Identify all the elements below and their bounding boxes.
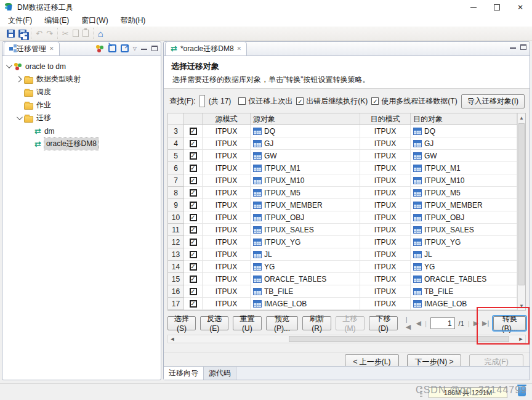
scroll-down-icon[interactable]: ▼ [518,301,525,310]
row-checkbox[interactable]: ✓ [184,285,203,298]
menu-item-3[interactable]: 帮助(H) [115,14,151,27]
tree-item-4[interactable]: dm [2,124,161,137]
save-all-icon[interactable] [18,30,26,38]
menu-item-2[interactable]: 窗口(W) [76,14,113,27]
close-button[interactable]: ✕ [509,0,532,15]
scroll-left-icon[interactable]: ◄ [168,335,177,343]
tree-chevron-icon[interactable] [17,114,23,120]
view-menu-chevron-icon[interactable]: ▽ [133,46,137,51]
table-row[interactable]: 11✓ITPUXITPUX_SALESITPUXITPUX_SALES [168,224,517,236]
row-checkbox[interactable]: ✓ [184,273,203,285]
filter-checkbox-1[interactable]: ✓出错后继续执行(K) [296,96,368,107]
table-row[interactable]: 7✓ITPUXITPUX_M10ITPUXITPUX_M10 [168,174,517,187]
checkbox-icon[interactable]: ✓ [190,165,197,172]
checkbox-icon[interactable]: ✓ [190,300,197,308]
filter-checkbox-0[interactable]: 仅迁移上次出 [238,96,292,107]
checkbox-icon[interactable]: ✓ [190,251,197,258]
row-checkbox[interactable]: ✓ [184,224,203,236]
editor-maximize-icon[interactable] [520,44,526,50]
convert-button[interactable]: 转换(B)... [493,316,526,330]
panel-minimize-icon[interactable] [141,47,147,50]
table-row[interactable]: 3✓ITPUXDQITPUXDQ [168,125,517,137]
tree-chevron-icon[interactable] [6,62,12,68]
filter-checkbox-2[interactable]: ✓使用多线程迁移数据(T) [371,96,457,107]
checkbox-icon[interactable] [238,97,246,105]
bottom-tab-1[interactable]: 源代码 [204,367,236,380]
table-row[interactable]: 5✓ITPUXGWITPUXGW [168,150,517,162]
last-page-icon[interactable]: ▶| [482,319,489,327]
action-button-0[interactable]: 选择(S) [167,316,196,330]
checkbox-icon[interactable]: ✓ [190,140,197,147]
tree-item-3[interactable]: 迁移 [2,112,161,124]
action-button-6[interactable]: 下移(D) [369,316,398,330]
next-page-icon[interactable]: ▶ [474,319,478,327]
checkbox-icon[interactable]: ✓ [190,177,197,184]
trash-icon[interactable] [518,386,526,396]
tree-item-2[interactable]: 作业 [2,99,161,112]
tree-item-0[interactable]: 数据类型映射 [2,73,161,86]
checkbox-icon[interactable]: ✓ [371,97,379,105]
horizontal-scrollbar[interactable]: ◄ ► [167,335,526,343]
action-button-3[interactable]: 预览(P)... [266,316,299,330]
row-checkbox[interactable]: ✓ [184,199,203,211]
row-checkbox[interactable]: ✓ [184,137,203,150]
vertical-scrollbar[interactable]: ▲ ▼ [517,113,525,310]
scroll-right-icon[interactable]: ► [517,335,525,343]
checkbox-icon[interactable]: ✓ [190,288,197,295]
row-checkbox[interactable]: ✓ [184,298,203,310]
tree-chevron-icon[interactable] [16,76,22,83]
table-row[interactable]: 10✓ITPUXITPUX_OBJITPUXITPUX_OBJ [168,211,517,224]
table-row[interactable]: 9✓ITPUXITPUX_MEMBERITPUXITPUX_MEMBER [168,199,517,211]
table-row[interactable]: 4✓ITPUXGJITPUXGJ [168,137,517,150]
vscroll-thumb[interactable] [518,123,525,285]
table-row[interactable]: 12✓ITPUXITPUX_YGITPUXITPUX_YG [168,236,517,248]
row-checkbox[interactable]: ✓ [184,150,203,162]
table-row[interactable]: 14✓ITPUXYGITPUXYG [168,261,517,273]
find-input[interactable] [200,95,205,107]
tab-oracle-migration[interactable]: *oracle迁移DM8 ✕ [165,41,247,55]
action-button-4[interactable]: 刷新(R) [302,316,331,330]
tab-migration-manager[interactable]: 迁移管理 ✕ [4,41,60,55]
row-checkbox[interactable]: ✓ [184,174,203,187]
checkbox-icon[interactable]: ✓ [296,97,304,105]
table-row[interactable]: 6✓ITPUXITPUX_M1ITPUXITPUX_M1 [168,162,517,174]
hscroll-thumb[interactable] [289,336,509,342]
editor-tab-close-icon[interactable]: ✕ [237,46,242,52]
left-tab-close-icon[interactable]: ✕ [49,46,54,52]
first-page-icon[interactable]: |◀ [406,316,413,331]
import-objects-button[interactable]: 导入迁移对象(I) [461,94,525,108]
checkbox-icon[interactable]: ✓ [190,276,197,283]
table-row[interactable]: 13✓ITPUXJLITPUXJL [168,248,517,261]
action-button-1[interactable]: 反选(E) [200,316,228,330]
tree-item-root[interactable]: oracle to dm [2,60,161,73]
row-checkbox[interactable]: ✓ [184,211,203,224]
row-checkbox[interactable]: ✓ [184,236,203,248]
bottom-tab-0[interactable]: 迁移向导 [164,367,204,380]
maximize-button[interactable] [485,0,509,15]
scroll-up-icon[interactable]: ▲ [518,113,525,122]
checkbox-icon[interactable]: ✓ [190,263,197,271]
connections-icon[interactable] [95,44,104,52]
checkbox-icon[interactable]: ✓ [190,226,197,234]
row-checkbox[interactable]: ✓ [184,187,203,199]
table-row[interactable]: 17✓ITPUXIMAGE_LOBITPUXIMAGE_LOB [168,298,517,310]
prev-page-icon[interactable]: ◀ [416,319,421,327]
tree-item-1[interactable]: 调度 [2,86,161,99]
page-number-input[interactable]: 1 [430,317,455,329]
checkbox-icon[interactable]: ✓ [190,128,197,135]
checkbox-icon[interactable]: ✓ [190,202,197,209]
panel-maximize-icon[interactable] [151,46,158,51]
row-checkbox[interactable]: ✓ [184,261,203,273]
tree-item-5[interactable]: oracle迁移DM8 [2,137,161,150]
export-icon[interactable] [121,44,129,52]
row-checkbox[interactable]: ✓ [184,248,203,261]
editor-minimize-icon[interactable] [510,46,516,49]
checkbox-icon[interactable]: ✓ [190,189,197,197]
checkbox-icon[interactable]: ✓ [190,239,197,246]
table-row[interactable]: 8✓ITPUXITPUX_M5ITPUXITPUX_M5 [168,187,517,199]
minimize-button[interactable] [462,0,485,15]
import-icon[interactable] [108,44,116,52]
home-icon[interactable]: ⌂ [98,29,103,38]
table-row[interactable]: 15✓ITPUXORACLE_TABLESITPUXORACLE_TABLES [168,273,517,285]
row-checkbox[interactable]: ✓ [184,162,203,174]
